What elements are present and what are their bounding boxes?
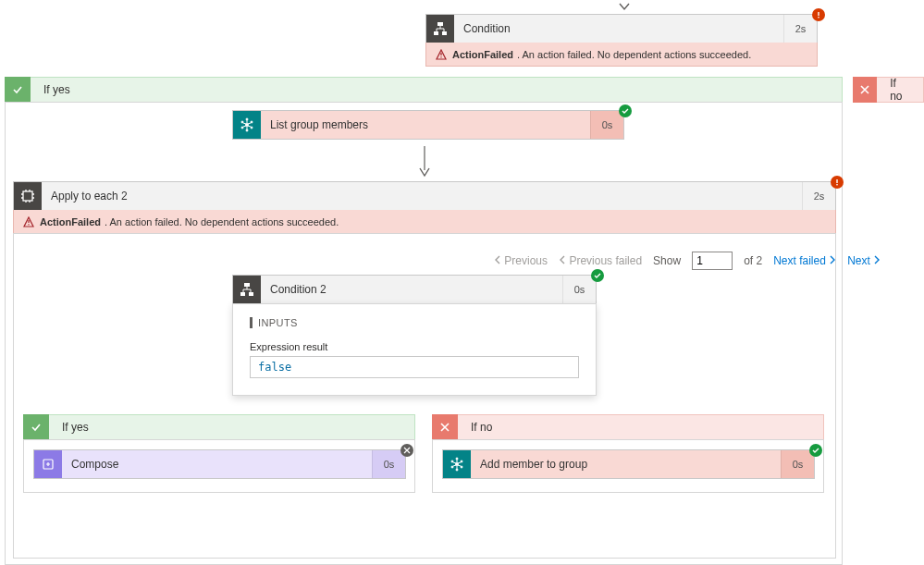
svg-rect-20 — [244, 283, 250, 287]
pager-next-failed[interactable]: Next failed — [773, 254, 836, 267]
pager-show-label: Show — [653, 254, 681, 267]
svg-rect-19 — [28, 224, 29, 225]
svg-rect-16 — [836, 179, 837, 183]
apply-to-each-error-badge — [831, 176, 844, 189]
compose-icon — [34, 450, 62, 478]
svg-point-30 — [451, 461, 453, 462]
add-member-card[interactable]: Add member to group 0s — [442, 449, 815, 479]
iteration-pager: Previous Previous failed Show of 2 Next … — [494, 252, 881, 270]
pager-index-input[interactable] — [692, 252, 733, 270]
pager-next[interactable]: Next — [847, 254, 881, 267]
condition-timing: 2s — [783, 15, 817, 43]
svg-point-26 — [461, 461, 462, 462]
add-member-ok-badge — [809, 444, 822, 457]
list-group-members-timing: 0s — [590, 111, 623, 139]
pager-of-label: of 2 — [744, 254, 762, 267]
svg-point-25 — [456, 458, 458, 460]
inputs-header: INPUTS — [250, 317, 579, 328]
warning-icon — [436, 49, 447, 60]
compose-title: Compose — [62, 458, 372, 471]
svg-rect-1 — [434, 31, 438, 35]
svg-point-13 — [241, 121, 243, 123]
condition-error-badge — [812, 8, 825, 21]
apply-to-each-title: Apply to each 2 — [42, 190, 802, 203]
apply-to-each-timing: 2s — [802, 182, 835, 210]
svg-point-12 — [241, 127, 243, 129]
inner-if-yes-bar[interactable]: If yes — [23, 414, 415, 440]
compose-skipped-badge — [400, 444, 413, 457]
expression-result-label: Expression result — [250, 341, 579, 352]
svg-rect-18 — [28, 220, 29, 223]
svg-point-28 — [456, 469, 458, 471]
condition2-title: Condition 2 — [261, 283, 562, 296]
outer-if-no-bar[interactable]: If no — [853, 77, 924, 103]
check-icon — [5, 77, 31, 103]
add-member-title: Add member to group — [471, 458, 781, 471]
inner-if-no-label: If no — [458, 421, 505, 434]
svg-rect-21 — [240, 292, 245, 296]
condition-icon — [233, 276, 261, 303]
condition-error-row: ActionFailed . An action failed. No depe… — [425, 43, 818, 67]
foreach-icon — [14, 182, 42, 210]
condition2-ok-badge — [591, 269, 604, 282]
svg-point-8 — [246, 118, 248, 120]
inner-if-yes-label: If yes — [49, 421, 102, 434]
cross-icon — [432, 414, 458, 440]
condition2-timing: 0s — [562, 276, 596, 303]
compose-timing: 0s — [372, 450, 405, 478]
svg-point-10 — [251, 127, 253, 129]
svg-point-9 — [251, 121, 253, 123]
outer-if-yes-bar[interactable]: If yes — [5, 77, 843, 103]
apply-to-each-error-row: ActionFailed . An action failed. No depe… — [13, 210, 836, 234]
svg-point-27 — [461, 466, 462, 468]
expression-result-value: false — [250, 356, 579, 378]
svg-rect-0 — [437, 22, 443, 26]
warning-icon — [23, 216, 34, 227]
condition2-inputs-panel: INPUTS Expression result false — [232, 303, 597, 396]
pager-previous[interactable]: Previous — [494, 254, 548, 267]
condition-error-code: ActionFailed — [452, 49, 513, 60]
svg-point-29 — [451, 466, 453, 468]
inner-if-no-bar[interactable]: If no — [432, 414, 824, 440]
condition-card[interactable]: Condition 2s — [425, 14, 818, 43]
apply-to-each-error-msg: . An action failed. No dependent actions… — [105, 216, 339, 227]
svg-rect-4 — [818, 17, 819, 18]
check-icon — [23, 414, 49, 440]
azure-ad-icon — [443, 450, 471, 478]
azure-ad-icon — [233, 111, 261, 139]
svg-rect-6 — [440, 56, 441, 57]
svg-rect-22 — [249, 292, 253, 296]
pager-previous-failed[interactable]: Previous failed — [559, 254, 642, 267]
svg-rect-15 — [23, 191, 32, 201]
svg-rect-2 — [442, 31, 447, 35]
cross-icon — [853, 77, 877, 103]
compose-card[interactable]: Compose 0s — [33, 449, 406, 479]
apply-to-each-card[interactable]: Apply to each 2 2s — [13, 181, 836, 211]
svg-rect-3 — [818, 12, 819, 16]
condition-error-msg: . An action failed. No dependent actions… — [517, 49, 751, 60]
condition2-card[interactable]: Condition 2 0s — [232, 275, 597, 304]
list-group-members-ok-badge — [619, 104, 632, 117]
outer-if-no-label: If no — [877, 77, 923, 103]
add-member-timing: 0s — [781, 450, 814, 478]
list-group-members-title: List group members — [261, 118, 590, 131]
svg-rect-17 — [836, 184, 837, 185]
condition-title: Condition — [454, 22, 783, 35]
list-group-members-card[interactable]: List group members 0s — [232, 110, 624, 140]
condition-icon — [426, 15, 454, 43]
svg-rect-5 — [440, 53, 441, 55]
outer-if-yes-label: If yes — [31, 83, 83, 96]
svg-point-11 — [246, 129, 248, 131]
apply-to-each-error-code: ActionFailed — [40, 216, 101, 227]
